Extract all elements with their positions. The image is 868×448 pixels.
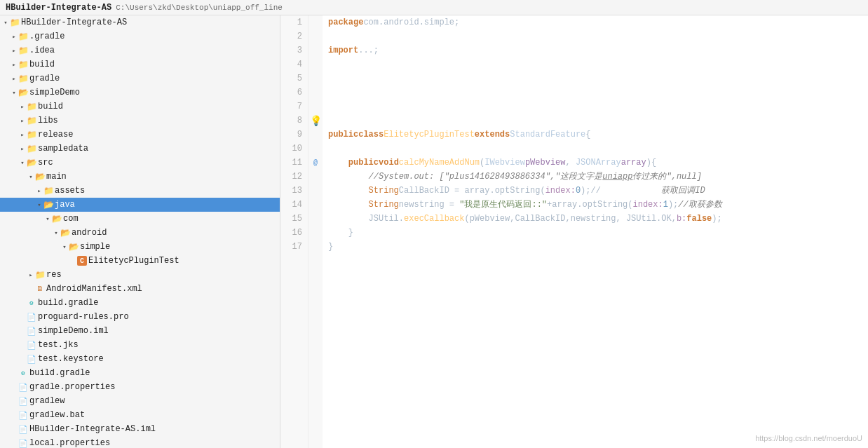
arrow-open[interactable] bbox=[1, 19, 10, 27]
tree-item-sampledata[interactable]: 📁sampledata bbox=[0, 142, 280, 156]
file-icon: 📄 bbox=[27, 326, 36, 336]
code-line-7 bbox=[328, 100, 862, 114]
arrow-open[interactable] bbox=[60, 243, 69, 251]
tree-item-src[interactable]: 📂src bbox=[0, 156, 280, 170]
gutter-marker-13 bbox=[308, 184, 323, 198]
tree-item-AndroidManifest[interactable]: 🗎AndroidManifest.xml bbox=[0, 282, 280, 296]
file-icon: 📄 bbox=[27, 354, 36, 364]
code-content[interactable]: package com.android.simple; import ...; … bbox=[323, 15, 868, 448]
code-editor[interactable]: 1234567891011121314151617 💡@ package com… bbox=[280, 15, 868, 448]
arrow-closed[interactable] bbox=[18, 117, 27, 125]
tree-item-build-gradle-top[interactable]: ⚙build.gradle bbox=[0, 366, 280, 380]
arrow-closed[interactable] bbox=[10, 33, 18, 41]
tree-item-android[interactable]: 📂android bbox=[0, 226, 280, 240]
tree-item-gradlew-bat[interactable]: 📄gradlew.bat bbox=[0, 408, 280, 422]
tree-item-simpleDemo-iml[interactable]: 📄simpleDemo.iml bbox=[0, 324, 280, 338]
file-icon: 📄 bbox=[18, 410, 28, 420]
folder-icon: 📁 bbox=[18, 60, 28, 69]
tree-item-ElitetycPluginTest[interactable]: CElitetycPluginTest bbox=[0, 254, 280, 268]
arrow-open[interactable] bbox=[43, 215, 52, 223]
tree-item-gradle[interactable]: 📁.gradle bbox=[0, 29, 280, 43]
item-label-ElitetycPluginTest: ElitetycPluginTest bbox=[88, 256, 179, 266]
code-line-12: //System.out: ["plus141628493886334","这段… bbox=[328, 170, 862, 184]
arrow-closed[interactable] bbox=[18, 103, 27, 111]
gutter-marker-10 bbox=[308, 142, 323, 156]
item-label-AndroidManifest: AndroidManifest.xml bbox=[46, 284, 142, 294]
file-icon: 📄 bbox=[18, 438, 28, 448]
tree-item-com[interactable]: 📂com bbox=[0, 212, 280, 226]
code-line-15: JSUtil.execCallback(pWebview,CallBackID,… bbox=[328, 212, 862, 226]
gutter-marker-2 bbox=[308, 29, 323, 43]
tree-item-idea[interactable]: 📁.idea bbox=[0, 43, 280, 57]
item-label-src: src bbox=[38, 158, 53, 168]
folder-icon: 📁 bbox=[27, 116, 36, 125]
main-layout: 📁HBuilder-Integrate-AS📁.gradle📁.idea📁bui… bbox=[0, 15, 868, 448]
item-label-simpleDemo-iml: simpleDemo.iml bbox=[38, 326, 109, 336]
item-label-sampledata: sampledata bbox=[38, 144, 88, 154]
tree-item-java[interactable]: 📂java bbox=[0, 198, 280, 212]
arrow-open[interactable] bbox=[10, 89, 18, 97]
tree-item-test-jks[interactable]: 📄test.jks bbox=[0, 338, 280, 352]
tree-item-assets[interactable]: 📁assets bbox=[0, 184, 280, 198]
arrow-closed[interactable] bbox=[10, 61, 18, 69]
gutter-marker-17 bbox=[308, 240, 323, 254]
code-line-2 bbox=[328, 29, 862, 43]
gutter-marker-5 bbox=[308, 72, 323, 86]
tree-item-gradle2[interactable]: 📁gradle bbox=[0, 72, 280, 86]
line-number-11: 11 bbox=[286, 156, 302, 170]
item-label-build-sub: build bbox=[38, 102, 63, 111]
code-line-4 bbox=[328, 57, 862, 72]
tree-item-hbuilder-iml[interactable]: 📄HBuilder-Integrate-AS.iml bbox=[0, 422, 280, 436]
item-label-gradlew-bat: gradlew.bat bbox=[29, 410, 85, 420]
line-number-8: 8 bbox=[286, 114, 302, 128]
tree-item-main[interactable]: 📂main bbox=[0, 170, 280, 184]
line-numbers: 1234567891011121314151617 bbox=[280, 15, 308, 448]
tree-item-build-gradle-sub[interactable]: ⚙build.gradle bbox=[0, 296, 280, 310]
arrow-closed[interactable] bbox=[18, 145, 27, 153]
item-label-assets: assets bbox=[55, 186, 85, 196]
tree-item-gradlew[interactable]: 📄gradlew bbox=[0, 394, 280, 408]
line-number-2: 2 bbox=[286, 29, 302, 43]
tree-item-libs[interactable]: 📁libs bbox=[0, 114, 280, 128]
arrow-closed[interactable] bbox=[35, 187, 43, 195]
line-number-17: 17 bbox=[286, 240, 302, 254]
title-bar: HBuilder-Integrate-AS C:\Users\zkd\Deskt… bbox=[0, 0, 868, 15]
tree-item-test-keystore[interactable]: 📄test.keystore bbox=[0, 352, 280, 366]
code-line-8 bbox=[328, 114, 862, 128]
folder-icon: 📁 bbox=[18, 74, 28, 83]
arrow-closed[interactable] bbox=[18, 131, 27, 139]
arrow-open[interactable] bbox=[18, 159, 27, 167]
folder-open-icon: 📂 bbox=[35, 172, 45, 182]
gutter-marker-15 bbox=[308, 212, 323, 226]
arrow-closed[interactable] bbox=[10, 47, 18, 55]
item-label-test-jks: test.jks bbox=[38, 340, 79, 350]
tree-item-local-props[interactable]: 📄local.properties bbox=[0, 436, 280, 448]
arrow-closed[interactable] bbox=[27, 271, 35, 279]
app-title: HBuilder-Integrate-AS bbox=[6, 3, 111, 13]
item-label-build-gradle-top: build.gradle bbox=[29, 368, 90, 378]
tree-item-res[interactable]: 📁res bbox=[0, 268, 280, 282]
tree-item-build-sub[interactable]: 📁build bbox=[0, 100, 280, 114]
line-number-12: 12 bbox=[286, 170, 302, 184]
arrow-open[interactable] bbox=[27, 173, 35, 181]
line-number-1: 1 bbox=[286, 15, 302, 29]
tree-item-release[interactable]: 📁release bbox=[0, 128, 280, 142]
tree-item-proguard[interactable]: 📄proguard-rules.pro bbox=[0, 310, 280, 324]
tree-item-gradle-props[interactable]: 📄gradle.properties bbox=[0, 380, 280, 394]
project-tree[interactable]: 📁HBuilder-Integrate-AS📁.gradle📁.idea📁bui… bbox=[0, 15, 280, 448]
line-number-3: 3 bbox=[286, 43, 302, 57]
arrow-open[interactable] bbox=[52, 229, 60, 237]
folder-open-icon: 📂 bbox=[27, 158, 36, 168]
folder-icon: 📁 bbox=[18, 32, 28, 41]
tree-item-simpleDemo[interactable]: 📂simpleDemo bbox=[0, 86, 280, 100]
xml-file-icon: 🗎 bbox=[35, 284, 45, 294]
gutter-marker-4 bbox=[308, 57, 323, 72]
gradle-file-icon: ⚙ bbox=[18, 368, 28, 378]
item-label-release: release bbox=[38, 130, 73, 140]
tree-item-simple[interactable]: 📂simple bbox=[0, 240, 280, 254]
arrow-closed[interactable] bbox=[10, 75, 18, 83]
gutter-marker-14 bbox=[308, 198, 323, 212]
tree-item-root[interactable]: 📁HBuilder-Integrate-AS bbox=[0, 15, 280, 29]
tree-item-build-top[interactable]: 📁build bbox=[0, 57, 280, 72]
arrow-open[interactable] bbox=[35, 201, 43, 209]
